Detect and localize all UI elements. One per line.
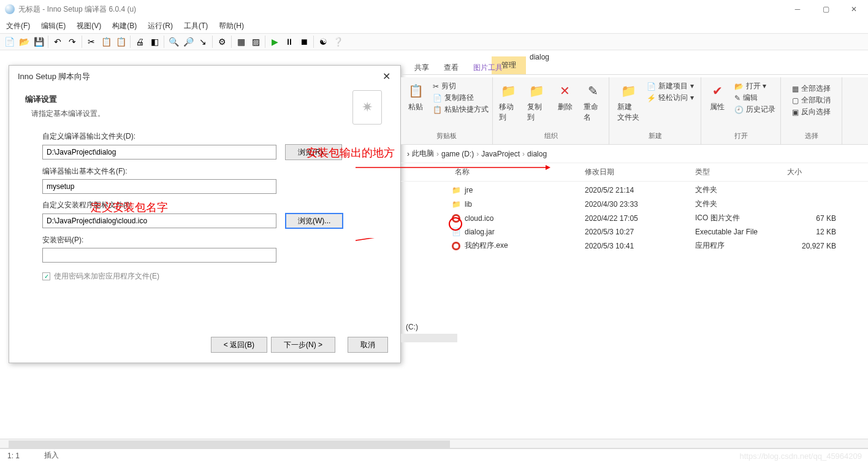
run-icon[interactable]: ▶	[268, 35, 281, 48]
breadcrumb[interactable]: › 此电脑› game (D:)› JavaProject› dialog	[401, 145, 868, 163]
settings-icon[interactable]: ⚙	[215, 35, 229, 48]
file-row[interactable]: 📄dialog.jar2020/5/3 10:27Executable Jar …	[401, 225, 868, 239]
cut-item[interactable]: ✂ 剪切	[433, 81, 489, 91]
view-tab[interactable]: 查看	[436, 61, 466, 75]
base-filename-input[interactable]	[42, 179, 276, 194]
find-icon[interactable]: 🔍	[167, 35, 180, 48]
rename-button[interactable]: ✎重命名	[581, 80, 606, 130]
file-type: ICO 图片文件	[695, 213, 787, 223]
eraser-icon[interactable]: ◧	[148, 35, 161, 48]
statusbar: 1: 1 插入	[0, 448, 868, 462]
menu-view[interactable]: 视图(V)	[73, 20, 105, 33]
file-row[interactable]: cloud.ico2020/4/22 17:05ICO 图片文件67 KB	[401, 211, 868, 225]
titlebar: 无标题 - Inno Setup 编译器 6.0.4 (u)	[0, 0, 868, 18]
next-button[interactable]: 下一步(N) >	[271, 337, 335, 353]
menu-file[interactable]: 文件(F)	[2, 20, 34, 33]
minimize-button[interactable]: ─	[783, 0, 812, 18]
col-date[interactable]: 修改日期	[585, 167, 695, 177]
compile-icon[interactable]: ▦	[234, 35, 248, 48]
app-icon	[451, 241, 461, 251]
file-type: 应用程序	[695, 240, 787, 251]
output-dir-label: 自定义编译器输出文件夹(D):	[42, 131, 376, 142]
print-icon[interactable]: 🖨	[133, 35, 147, 48]
new-folder-button[interactable]: 📁新建 文件夹	[615, 80, 642, 130]
yin-yang-icon[interactable]: ☯	[316, 35, 330, 48]
replace-icon[interactable]: 🔎	[181, 35, 195, 48]
bc-folder[interactable]: dialog	[527, 150, 547, 158]
drive-c-label[interactable]: (C:)	[401, 323, 418, 331]
paste-icon[interactable]: 📋	[114, 35, 128, 48]
menu-edit[interactable]: 编辑(E)	[37, 20, 69, 33]
edit-button[interactable]: ✎ 编辑	[734, 93, 775, 103]
properties-button[interactable]: ✔属性	[705, 80, 729, 130]
col-type[interactable]: 类型	[695, 167, 787, 177]
invert-selection-button[interactable]: ▣ 反向选择	[792, 107, 831, 117]
open-icon[interactable]: 📂	[17, 35, 31, 48]
save-icon[interactable]: 💾	[32, 35, 45, 48]
stop-icon[interactable]: ⏹	[297, 35, 311, 48]
insert-mode: 插入	[44, 450, 59, 461]
file-list-header: 名称 修改日期 类型 大小	[401, 163, 868, 182]
back-button[interactable]: < 返回(B)	[211, 337, 267, 353]
close-button[interactable]: ✕	[840, 0, 868, 18]
select-all-button[interactable]: ▦ 全部选择	[792, 83, 831, 94]
redo-icon[interactable]: ↷	[66, 35, 79, 48]
maximize-button[interactable]: ▢	[812, 0, 840, 18]
undo-icon[interactable]: ↶	[51, 35, 64, 48]
browse-icon-button[interactable]: 浏览(W)...	[285, 213, 343, 229]
col-name[interactable]: 名称	[407, 167, 585, 177]
output-dir-input[interactable]	[42, 145, 276, 160]
file-date: 2020/5/3 10:27	[585, 228, 695, 236]
scrollbar-thumb[interactable]	[9, 440, 450, 448]
group-new-label: 新建	[649, 130, 662, 142]
ribbon: 📋粘贴 ✂ 剪切 📄 复制路径 📋 粘贴快捷方式 剪贴板 📁移动到 📁复制到 ✕…	[401, 77, 868, 145]
goto-icon[interactable]: ↘	[196, 35, 210, 48]
file-row[interactable]: 📁jre2020/5/2 21:14文件夹	[401, 183, 868, 197]
history-button[interactable]: 🕘 历史记录	[734, 104, 775, 115]
delete-button[interactable]: ✕删除	[553, 80, 577, 130]
paste-shortcut-item[interactable]: 📋 粘贴快捷方式	[433, 104, 489, 115]
folder-icon: 📁	[451, 199, 461, 209]
file-date: 2020/4/30 23:33	[585, 200, 695, 209]
select-none-button[interactable]: ▢ 全部取消	[792, 95, 831, 106]
image-tools-tab[interactable]: 图片工具	[466, 61, 510, 75]
menu-tools[interactable]: 工具(T)	[180, 20, 211, 33]
share-tab[interactable]: 共享	[407, 61, 436, 75]
toolbar-separator	[313, 36, 314, 48]
menu-build[interactable]: 构建(B)	[108, 20, 140, 33]
easy-access-button[interactable]: ⚡ 轻松访问 ▾	[647, 93, 693, 103]
copy-path-item[interactable]: 📄 复制路径	[433, 93, 489, 103]
annotation-output: 安装包输出的地方	[306, 145, 395, 160]
help-icon[interactable]: ❔	[331, 35, 345, 48]
file-row[interactable]: 我的程序.exe2020/5/3 10:41应用程序20,927 KB	[401, 239, 868, 253]
icon-file-input[interactable]	[42, 213, 276, 228]
wizard-close-button[interactable]: ✕	[378, 69, 395, 83]
encrypt-checkbox-row[interactable]: ✓ 使用密码来加密应用程序文件(E)	[42, 271, 376, 282]
script-wizard-dialog: Inno Setup 脚本向导 ✕ 编译设置 请指定基本编译设置。 ✷ 自定义编…	[9, 65, 401, 363]
stop-compile-icon[interactable]: ▨	[249, 35, 262, 48]
file-name: lib	[465, 200, 472, 209]
new-item-button[interactable]: 📄 新建项目 ▾	[647, 81, 693, 91]
menu-run[interactable]: 运行(R)	[144, 20, 177, 33]
copy-to-button[interactable]: 📁复制到	[525, 80, 549, 130]
group-open-label: 打开	[734, 130, 748, 142]
menu-help[interactable]: 帮助(H)	[215, 20, 248, 33]
wizard-header: 编译设置 请指定基本编译设置。 ✷	[9, 88, 400, 123]
bc-drive[interactable]: game (D:)	[441, 150, 474, 158]
new-icon[interactable]: 📄	[2, 35, 16, 48]
paste-button[interactable]: 📋粘贴	[403, 80, 428, 130]
pause-icon[interactable]: ⏸	[283, 35, 296, 48]
cut-icon[interactable]: ✂	[85, 35, 98, 48]
file-name: 我的程序.exe	[465, 240, 508, 251]
horizontal-scrollbar[interactable]	[0, 439, 868, 448]
bc-pc[interactable]: 此电脑	[412, 148, 434, 159]
file-row[interactable]: 📁lib2020/4/30 23:33文件夹	[401, 197, 868, 211]
col-size[interactable]: 大小	[787, 167, 836, 177]
file-type: 文件夹	[695, 199, 787, 209]
password-input[interactable]	[42, 248, 276, 263]
move-to-button[interactable]: 📁移动到	[497, 80, 521, 130]
copy-icon[interactable]: 📋	[99, 35, 113, 48]
cancel-button[interactable]: 取消	[348, 337, 388, 353]
open-button[interactable]: 📂 打开 ▾	[734, 81, 775, 91]
bc-proj[interactable]: JavaProject	[481, 150, 520, 158]
